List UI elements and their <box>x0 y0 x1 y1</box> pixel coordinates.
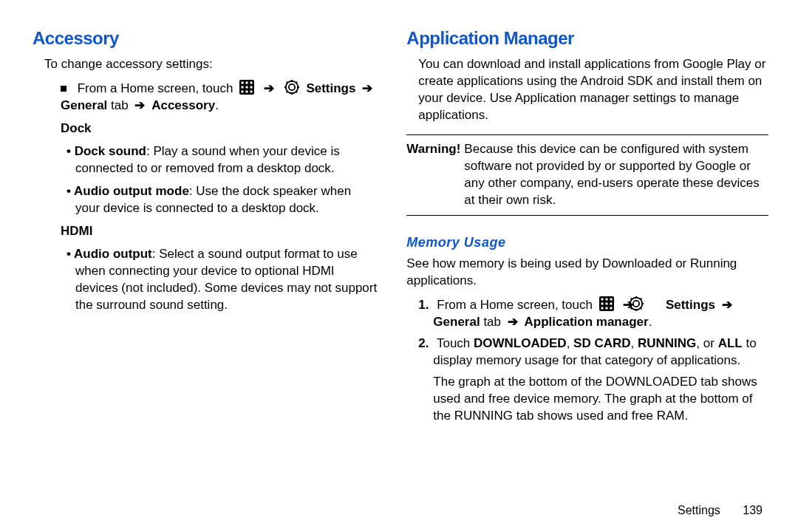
appmgr-intro: You can download and install application… <box>418 56 768 124</box>
from-home-text: From a Home screen, touch <box>78 81 233 95</box>
svg-rect-6 <box>250 86 253 89</box>
general-label: General <box>433 315 480 329</box>
arrow-icon: ➔ <box>362 81 372 95</box>
hdmi-heading: HDMI <box>61 223 377 240</box>
dock-heading: Dock <box>61 120 377 137</box>
settings-gear-icon <box>643 296 659 312</box>
svg-rect-13 <box>601 299 603 301</box>
heading-memory: Memory Usage <box>406 233 768 251</box>
svg-rect-1 <box>242 82 244 84</box>
all-label: ALL <box>718 336 743 350</box>
arrow-icon: ➔ <box>134 98 145 112</box>
svg-rect-21 <box>610 307 612 310</box>
audio-output-item: Audio output: Select a sound output form… <box>75 246 377 314</box>
general-label: General <box>61 98 107 112</box>
footer-page: 139 <box>743 504 763 516</box>
svg-rect-15 <box>610 299 612 301</box>
svg-rect-2 <box>246 82 248 84</box>
heading-appmgr: Application Manager <box>406 27 768 50</box>
page-footer: Settings 139 <box>678 502 763 519</box>
settings-gear-icon <box>284 79 300 95</box>
step-2: 2. Touch DOWNLOADED, SD CARD, RUNNING, o… <box>433 335 768 369</box>
arrow-icon: ➔ <box>722 298 732 312</box>
step2-pre: Touch <box>437 336 474 350</box>
svg-rect-14 <box>605 299 607 301</box>
apps-grid-icon <box>239 80 254 95</box>
svg-rect-4 <box>242 86 244 89</box>
sdcard-label: SD CARD <box>573 336 630 350</box>
warning-block: Warning! Because this device can be conf… <box>406 134 768 216</box>
apps-grid-icon <box>599 296 614 311</box>
heading-accessory: Accessory <box>33 27 377 50</box>
arrow-icon: ➔ <box>508 315 518 329</box>
svg-rect-3 <box>250 82 253 84</box>
svg-rect-19 <box>601 307 603 310</box>
square-bullet-icon <box>61 86 66 92</box>
step-extra: The graph at the bottom of the DOWNLOADE… <box>433 374 768 425</box>
downloaded-label: DOWNLOADED <box>474 336 567 350</box>
svg-rect-9 <box>250 91 253 93</box>
dock-sound-item: Dock sound: Play a sound when your devic… <box>75 143 377 177</box>
step-1: 1. From a Home screen, touch ➔ Settings … <box>433 296 768 331</box>
svg-rect-5 <box>246 86 248 89</box>
arrow-icon: ➔ <box>264 81 274 95</box>
audio-output-mode-label: Audio output mode <box>74 184 189 198</box>
svg-point-10 <box>289 84 295 90</box>
audio-output-mode-item: Audio output mode: Use the dock speaker … <box>75 183 377 217</box>
warning-label: Warning! <box>406 141 464 158</box>
settings-label: Settings <box>306 81 355 95</box>
warning-text: Because this device can be configured wi… <box>464 141 768 209</box>
tab-word: tab <box>483 315 501 329</box>
svg-rect-20 <box>605 307 607 310</box>
audio-output-label: Audio output <box>74 247 152 261</box>
accessory-path: From a Home screen, touch ➔ Settings ➔ G… <box>61 79 377 115</box>
dock-sound-label: Dock sound <box>75 144 146 158</box>
tab-word: tab <box>111 98 129 112</box>
running-label: RUNNING <box>638 336 696 350</box>
accessory-label: Accessory <box>151 98 215 112</box>
accessory-intro: To change accessory settings: <box>44 56 377 73</box>
svg-rect-17 <box>605 303 607 305</box>
svg-point-22 <box>633 301 639 307</box>
settings-label: Settings <box>666 298 715 312</box>
svg-rect-8 <box>246 91 248 93</box>
svg-rect-18 <box>610 303 612 305</box>
footer-section: Settings <box>678 504 720 516</box>
right-column: Application Manager You can download and… <box>406 27 768 514</box>
svg-rect-16 <box>601 303 603 305</box>
appmgr-label: Application manager <box>525 315 649 329</box>
left-column: Accessory To change accessory settings: … <box>33 27 377 514</box>
step1-pre: From a Home screen, touch <box>437 298 593 312</box>
svg-rect-7 <box>242 91 244 93</box>
memory-intro: See how memory is being used by Download… <box>406 256 768 290</box>
